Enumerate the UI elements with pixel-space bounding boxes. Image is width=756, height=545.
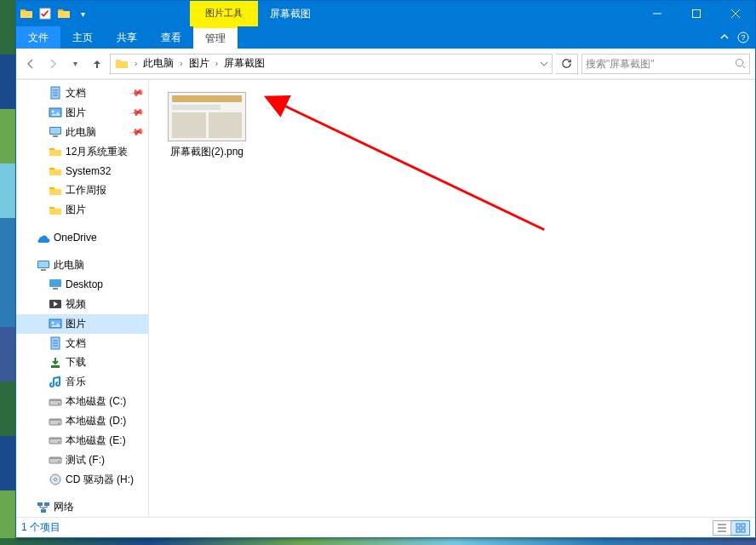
- sidebar-item[interactable]: 本地磁盘 (E:): [16, 431, 148, 450]
- sidebar-item-label: 音乐: [66, 375, 86, 389]
- up-button[interactable]: [88, 54, 106, 73]
- sidebar-item[interactable]: 图片: [16, 200, 148, 220]
- svg-rect-35: [37, 502, 43, 506]
- breadcrumb-pictures[interactable]: 图片: [185, 54, 214, 73]
- svg-rect-10: [53, 135, 58, 137]
- folder-icon: [49, 164, 62, 178]
- checkbox-icon[interactable]: [38, 7, 52, 20]
- file-tab[interactable]: 文件: [16, 26, 60, 49]
- pin-icon: 📌: [129, 124, 146, 141]
- breadcrumb-this-pc[interactable]: 此电脑: [139, 54, 178, 73]
- help-icon[interactable]: ?: [736, 31, 750, 44]
- sidebar-item-label: 本地磁盘 (C:): [66, 394, 126, 409]
- sidebar-item-label: 视频: [66, 297, 86, 312]
- window-title: 屏幕截图: [258, 1, 323, 26]
- sidebar-item[interactable]: 测试 (F:): [16, 450, 148, 470]
- sidebar-item[interactable]: 文档📌: [16, 83, 148, 103]
- refresh-button[interactable]: [556, 54, 578, 74]
- sidebar-item[interactable]: OneDrive: [16, 228, 148, 248]
- sidebar-item[interactable]: 图片: [16, 314, 148, 334]
- sidebar-item-label: 本地磁盘 (D:): [66, 414, 126, 428]
- cd-icon: [49, 473, 62, 486]
- sidebar-item[interactable]: 本地磁盘 (D:): [16, 411, 148, 431]
- back-button[interactable]: [21, 54, 40, 73]
- contextual-tool-tab[interactable]: 图片工具: [190, 1, 258, 26]
- view-icons-button[interactable]: [731, 520, 750, 536]
- svg-rect-39: [736, 524, 740, 527]
- sidebar-item[interactable]: 工作周报: [16, 181, 148, 200]
- tab-share[interactable]: 共享: [105, 26, 149, 49]
- sidebar-item-label: 测试 (F:): [66, 453, 105, 468]
- doc-icon: [49, 86, 62, 100]
- sidebar-item[interactable]: 此电脑: [16, 255, 148, 275]
- pin-icon: 📌: [129, 105, 146, 121]
- svg-rect-28: [49, 438, 61, 439]
- svg-text:?: ?: [741, 33, 745, 42]
- title-bar: ▾ 图片工具 屏幕截图: [16, 1, 755, 26]
- folder-icon: [49, 184, 62, 198]
- qat-overflow-icon[interactable]: ▾: [76, 7, 89, 20]
- sidebar-item[interactable]: 音乐: [16, 372, 148, 392]
- folder-icon: [49, 204, 62, 217]
- svg-point-32: [58, 461, 60, 462]
- window-controls: [638, 1, 755, 26]
- sidebar-item[interactable]: 网络: [16, 497, 148, 517]
- tab-view[interactable]: 查看: [149, 26, 193, 49]
- file-item[interactable]: 屏幕截图(2).png: [161, 92, 253, 159]
- chevron-right-icon[interactable]: ›: [178, 59, 184, 68]
- sidebar-item[interactable]: 12月系统重装: [16, 142, 148, 162]
- sidebar-item[interactable]: 视频: [16, 295, 148, 314]
- svg-point-4: [736, 59, 742, 66]
- file-list-pane[interactable]: 屏幕截图(2).png: [149, 80, 755, 517]
- navigation-pane[interactable]: 文档📌图片📌此电脑📌12月系统重装System32工作周报图片OneDrive此…: [16, 80, 149, 517]
- svg-point-7: [52, 111, 54, 113]
- sidebar-item[interactable]: 图片📌: [16, 103, 148, 123]
- pic-icon: [49, 106, 62, 119]
- search-input[interactable]: [586, 58, 731, 70]
- tab-manage[interactable]: 管理: [193, 26, 238, 49]
- close-button[interactable]: [716, 1, 755, 26]
- sidebar-item[interactable]: 本地磁盘 (C:): [16, 392, 148, 411]
- svg-rect-31: [49, 457, 61, 459]
- breadcrumb-screenshots[interactable]: 屏幕截图: [220, 54, 269, 73]
- sidebar-item-label: 图片: [66, 203, 86, 217]
- status-bar: 1 个项目: [16, 517, 755, 537]
- folder-icon: [20, 7, 33, 20]
- sidebar-item[interactable]: 此电脑📌: [16, 123, 148, 142]
- address-bar[interactable]: › 此电脑 › 图片 › 屏幕截图: [110, 54, 553, 74]
- sidebar-item[interactable]: System32: [16, 162, 148, 181]
- search-icon: [735, 58, 746, 69]
- chevron-right-icon[interactable]: ›: [133, 59, 139, 68]
- maximize-button[interactable]: [677, 1, 716, 26]
- svg-rect-14: [49, 279, 61, 287]
- svg-rect-13: [41, 269, 46, 271]
- sidebar-item-label: 文档: [66, 86, 86, 100]
- forward-button[interactable]: [43, 54, 62, 73]
- file-name-label: 屏幕截图(2).png: [170, 145, 243, 159]
- network-icon: [37, 501, 50, 514]
- sidebar-item[interactable]: CD 驱动器 (H:): [16, 470, 148, 490]
- pic-icon: [49, 317, 62, 330]
- chevron-right-icon[interactable]: ›: [214, 59, 220, 68]
- view-details-button[interactable]: [713, 520, 731, 536]
- doc-icon: [49, 336, 62, 350]
- minimize-button[interactable]: [638, 1, 677, 26]
- sidebar-item-label: 网络: [54, 500, 74, 514]
- sidebar-item[interactable]: 文档: [16, 334, 148, 353]
- svg-rect-1: [693, 10, 701, 18]
- tab-home[interactable]: 主页: [60, 26, 105, 49]
- address-dropdown-icon[interactable]: [536, 60, 552, 68]
- svg-rect-40: [742, 524, 745, 527]
- sidebar-item-label: 图片: [66, 106, 86, 120]
- sidebar-item[interactable]: 下载: [16, 353, 148, 372]
- ribbon-collapse-icon[interactable]: [718, 31, 731, 44]
- svg-point-29: [58, 441, 60, 443]
- address-root-icon[interactable]: [111, 54, 133, 73]
- sidebar-item[interactable]: Desktop: [16, 275, 148, 295]
- sidebar-item-label: 工作周报: [66, 183, 106, 198]
- recent-locations-button[interactable]: ▾: [66, 54, 84, 73]
- sidebar-item-label: CD 驱动器 (H:): [66, 473, 134, 487]
- svg-rect-36: [44, 502, 49, 506]
- search-box[interactable]: [581, 54, 750, 74]
- svg-rect-12: [38, 261, 49, 267]
